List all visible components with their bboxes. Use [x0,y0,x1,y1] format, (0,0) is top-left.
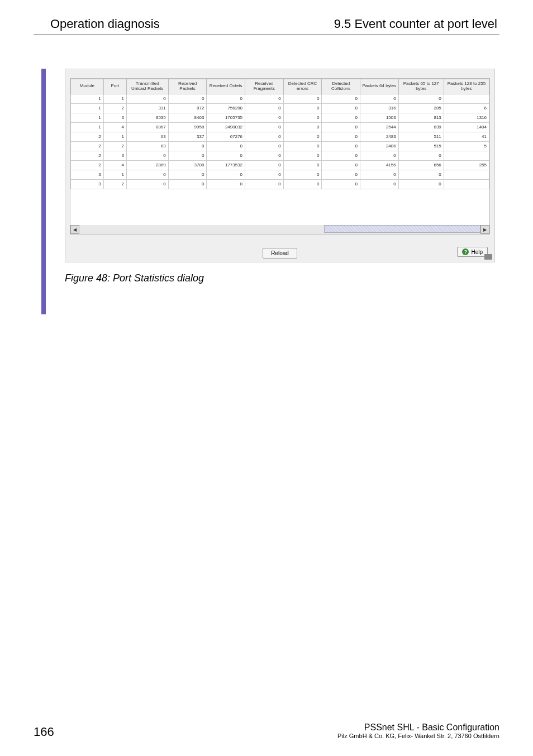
table-cell: 0 [322,179,360,189]
table-cell: 0 [322,122,360,132]
table-cell: 63 [126,132,168,141]
table-cell: 1773532 [207,160,245,170]
col-header-received-packets[interactable]: Received Packets [168,79,207,94]
table-cell: 0 [283,160,322,170]
table-row[interactable]: 1488679958249003200025448391404 [71,122,489,132]
table-row[interactable]: 22630000024865155 [71,141,489,151]
table-cell: 1 [71,113,104,122]
reload-button[interactable]: Reload [263,248,297,259]
table-cell: 255 [444,160,489,170]
table-cell: 0 [168,179,207,189]
table-cell: 4 [103,122,126,132]
table-row[interactable]: 216333767276000248351141 [71,132,489,141]
table-cell: 2544 [360,122,399,132]
table-cell: 0 [283,179,322,189]
col-header-module[interactable]: Module [71,79,104,94]
col-header-port[interactable]: Port [103,79,126,94]
table-cell: 2486 [360,141,399,151]
help-button[interactable]: ? Help [457,247,488,257]
col-header-collisions[interactable]: Detected Collisions [322,79,360,94]
col-header-transmitted-unicast-packets[interactable]: Transmitted Unicast Packets [126,79,168,94]
table-cell: 0 [245,151,284,160]
table-cell: 1503 [360,113,399,122]
table-cell: 1 [103,170,126,179]
table-cell: 2869 [126,160,168,170]
table-cell: 2 [71,132,104,141]
scroll-right-arrow-icon[interactable]: ▶ [480,225,489,234]
table-cell: 67276 [207,132,245,141]
table-cell: 316 [360,103,399,113]
table-cell: 0 [283,151,322,160]
table-cell: 0 [283,94,322,103]
help-button-label: Help [471,249,483,255]
table-cell: 0 [322,141,360,151]
table-cell: 0 [283,103,322,113]
port-statistics-dialog: Module Port Transmitted Unicast Packets … [65,69,495,262]
table-cell: 0 [245,122,284,132]
header-divider [34,35,499,35]
scroll-thumb[interactable] [324,225,480,233]
table-cell: 6 [444,103,489,113]
table-cell: 0 [322,103,360,113]
table-cell: 0 [360,170,399,179]
footer-title: PSSnet SHL - Basic Configuration [337,722,499,733]
table-row[interactable]: 1100000000 [71,94,489,103]
table-cell: 3 [71,179,104,189]
table-row[interactable]: 123318727562800003162856 [71,103,489,113]
table-cell: 1 [103,132,126,141]
table-cell: 0 [398,170,444,179]
table-cell: 0 [360,94,399,103]
table-cell: 1 [71,94,104,103]
table-row[interactable]: 2300000000 [71,151,489,160]
table-cell: 3708 [168,160,207,170]
table-cell: 0 [207,179,245,189]
table-cell: 4156 [360,160,399,170]
table-cell: 0 [283,113,322,122]
table-cell: 8867 [126,122,168,132]
table-cell: 1 [103,94,126,103]
table-cell: 5 [444,141,489,151]
table-cell [444,170,489,179]
table-cell: 1705735 [207,113,245,122]
table-cell: 0 [398,151,444,160]
table-cell: 0 [207,151,245,160]
scroll-track[interactable] [79,225,480,234]
resize-grip-icon[interactable] [484,254,492,260]
table-cell: 0 [322,132,360,141]
table-cell: 0 [283,132,322,141]
table-cell: 337 [168,132,207,141]
col-header-received-fragments[interactable]: Received Fragments [245,79,284,94]
col-header-packets-128-255[interactable]: Packets 128 to 255 bytes [444,79,489,94]
table-cell: 0 [245,94,284,103]
table-cell: 0 [360,151,399,160]
table-cell: 0 [322,160,360,170]
table-cell: 0 [283,141,322,151]
scroll-left-arrow-icon[interactable]: ◀ [70,225,79,234]
table-cell: 0 [126,170,168,179]
header-right: 9.5 Event counter at port level [334,17,497,31]
col-header-crc-errors[interactable]: Detected CRC errors [283,79,322,94]
table-row[interactable]: 3100000000 [71,170,489,179]
table-cell: 2 [71,160,104,170]
table-row[interactable]: 242869370817735320004156656255 [71,160,489,170]
table-cell: 0 [398,179,444,189]
table-cell: 0 [245,141,284,151]
table-cell: 0 [207,141,245,151]
table-cell: 9958 [168,122,207,132]
table-cell: 1316 [444,113,489,122]
table-row[interactable]: 1385358463170573500015038131316 [71,113,489,122]
table-cell: 2490032 [207,122,245,132]
table-row[interactable]: 3200000000 [71,179,489,189]
col-header-received-octets[interactable]: Received Octets [207,79,245,94]
col-header-packets-64[interactable]: Packets 64 bytes [360,79,399,94]
table-cell: 511 [398,132,444,141]
table-cell: 2 [103,103,126,113]
figure-caption: Figure 48: Port Statistics dialog [65,272,499,284]
horizontal-scrollbar[interactable]: ◀ ▶ [70,225,489,234]
table-cell: 0 [245,132,284,141]
table-cell: 2 [103,179,126,189]
col-header-packets-65-127[interactable]: Packets 65 to 127 bytes [398,79,444,94]
table-cell: 0 [207,94,245,103]
figure-left-accent-bar [41,69,46,314]
table-cell: 1 [71,103,104,113]
